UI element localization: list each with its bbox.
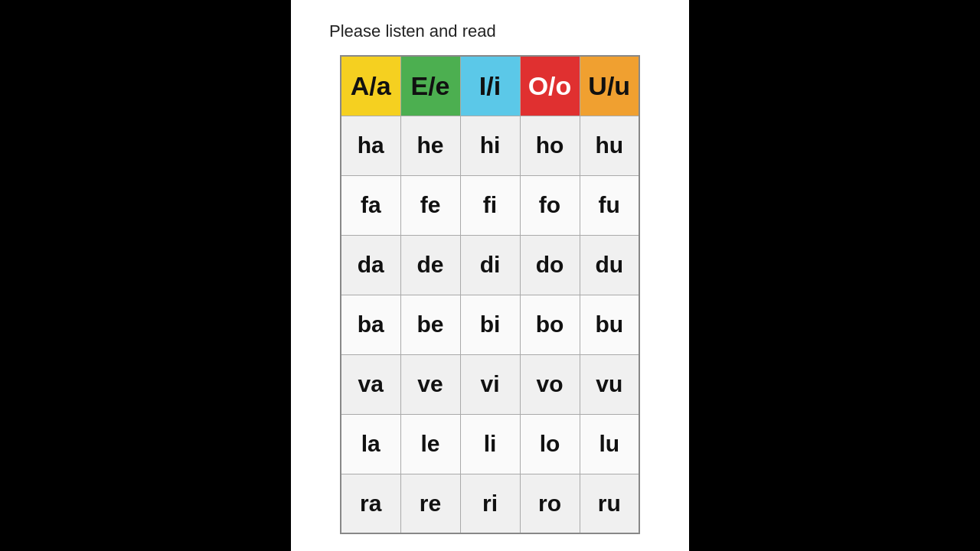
table-row: rareriroru	[341, 474, 639, 533]
cell-fi: fi	[460, 175, 520, 235]
cell-du: du	[580, 235, 639, 295]
cell-ra: ra	[341, 474, 400, 533]
cell-fu: fu	[580, 175, 639, 235]
table-row: dadedidodu	[341, 235, 639, 295]
instruction-text: Please listen and read	[329, 21, 496, 41]
cell-de: de	[400, 235, 460, 295]
cell-re: re	[400, 474, 460, 533]
cell-ba: ba	[341, 295, 400, 354]
table-row: vavevivovu	[341, 354, 639, 414]
cell-bu: bu	[580, 295, 639, 354]
main-panel: Please listen and read A/aE/eI/iO/oU/u h…	[291, 0, 689, 551]
cell-fe: fe	[400, 175, 460, 235]
cell-li: li	[460, 414, 520, 474]
cell-fa: fa	[341, 175, 400, 235]
column-header-ee: E/e	[400, 56, 460, 116]
cell-ho: ho	[520, 116, 580, 175]
column-header-oo: O/o	[520, 56, 580, 116]
cell-bi: bi	[460, 295, 520, 354]
cell-lu: lu	[580, 414, 639, 474]
cell-ro: ro	[520, 474, 580, 533]
cell-he: he	[400, 116, 460, 175]
cell-le: le	[400, 414, 460, 474]
column-header-uu: U/u	[580, 56, 639, 116]
cell-be: be	[400, 295, 460, 354]
table-row: hahehihohu	[341, 116, 639, 175]
cell-vu: vu	[580, 354, 639, 414]
cell-vi: vi	[460, 354, 520, 414]
cell-ru: ru	[580, 474, 639, 533]
header-row: A/aE/eI/iO/oU/u	[341, 56, 639, 116]
column-header-aa: A/a	[341, 56, 400, 116]
table-row: babebibobu	[341, 295, 639, 354]
column-header-ii: I/i	[460, 56, 520, 116]
cell-ri: ri	[460, 474, 520, 533]
cell-da: da	[341, 235, 400, 295]
cell-ha: ha	[341, 116, 400, 175]
cell-vo: vo	[520, 354, 580, 414]
cell-hi: hi	[460, 116, 520, 175]
table-row: fafefifofu	[341, 175, 639, 235]
cell-ve: ve	[400, 354, 460, 414]
cell-di: di	[460, 235, 520, 295]
cell-la: la	[341, 414, 400, 474]
table-row: lalelilolu	[341, 414, 639, 474]
cell-fo: fo	[520, 175, 580, 235]
cell-va: va	[341, 354, 400, 414]
cell-lo: lo	[520, 414, 580, 474]
cell-hu: hu	[580, 116, 639, 175]
cell-bo: bo	[520, 295, 580, 354]
cell-do: do	[520, 235, 580, 295]
vowel-table: A/aE/eI/iO/oU/u hahehihohufafefifofudade…	[340, 55, 640, 534]
table-body: hahehihohufafefifofudadedidodubabebibobu…	[341, 116, 639, 533]
